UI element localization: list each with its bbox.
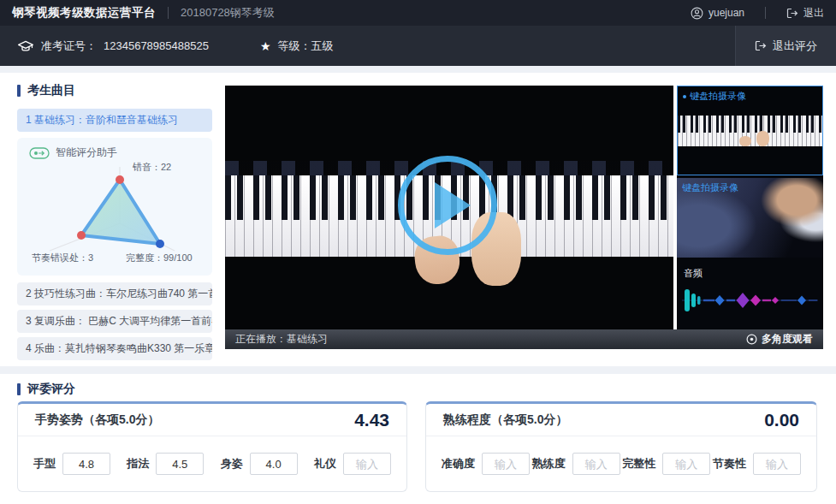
playlist-title: 考生曲目 bbox=[17, 83, 75, 98]
scoring-title: 评委评分 bbox=[17, 382, 75, 397]
player-section: 考生曲目 1 基础练习：音阶和琶音基础练习 智能评分助手 错音：22 bbox=[0, 73, 836, 366]
title-accent-bar bbox=[17, 383, 21, 395]
level-text: 等级：五级 bbox=[277, 39, 333, 54]
thumbnail-keyboard-side-view[interactable]: 键盘拍摄录像 bbox=[677, 178, 823, 258]
rhythm-input[interactable] bbox=[753, 453, 801, 475]
now-playing-bar: 正在播放：基础练习 多角度观看 bbox=[225, 329, 823, 349]
audio-waveform bbox=[680, 284, 820, 317]
mini-hand bbox=[739, 136, 751, 146]
star-icon: ★ bbox=[260, 39, 271, 53]
assistant-toggle-icon bbox=[29, 147, 50, 159]
logout-label: 退出 bbox=[803, 6, 824, 21]
exit-scoring-icon bbox=[755, 40, 767, 51]
completeness-input[interactable] bbox=[662, 453, 710, 475]
field-hand-shape: 手型 bbox=[33, 453, 110, 475]
playlist-item-3[interactable]: 3 复调乐曲： 巴赫C 大调平均律第一首前奏曲 bbox=[17, 310, 212, 333]
radar-label-wrong-notes: 错音：22 bbox=[133, 161, 171, 174]
audio-label: 音频 bbox=[684, 267, 703, 280]
user-menu[interactable]: yuejuan bbox=[691, 7, 744, 20]
app-title: 钢琴视频考级数据运营平台 bbox=[12, 5, 156, 21]
proficiency-card: 熟练程度（各项5.0分） 0.00 准确度 熟练度 完整性 节奏性 bbox=[425, 401, 817, 492]
body-posture-input[interactable] bbox=[250, 453, 298, 475]
field-proficiency: 熟练度 bbox=[532, 453, 620, 475]
exit-scoring-button[interactable]: 退出评分 bbox=[735, 26, 836, 66]
main-video-player[interactable] bbox=[225, 86, 673, 329]
multi-angle-icon bbox=[746, 334, 757, 345]
fingering-input[interactable] bbox=[156, 453, 204, 475]
proficiency-input[interactable] bbox=[572, 453, 620, 475]
logout-button[interactable]: 退出 bbox=[786, 6, 824, 21]
hand-shape-input[interactable] bbox=[62, 453, 110, 475]
field-completeness: 完整性 bbox=[622, 453, 710, 475]
card-fields: 手型 指法 身姿 礼仪 bbox=[18, 436, 406, 491]
mini-piano-black-keys bbox=[678, 116, 823, 133]
radar-label-rhythm-errors: 节奏错误处：3 bbox=[32, 252, 93, 264]
card-header: 熟练程度（各项5.0分） 0.00 bbox=[426, 404, 816, 436]
card-title: 熟练程度（各项5.0分） bbox=[443, 412, 567, 428]
username: yuejuan bbox=[709, 7, 744, 19]
session-title: 20180728钢琴考级 bbox=[181, 5, 275, 21]
title-accent-bar bbox=[17, 85, 21, 97]
now-playing-text: 正在播放：基础练习 bbox=[235, 332, 328, 347]
graduation-cap-icon bbox=[17, 39, 34, 54]
card-fields: 准确度 熟练度 完整性 节奏性 bbox=[426, 436, 816, 491]
admission-number: 12345678985488525 bbox=[104, 39, 209, 52]
field-accuracy: 准确度 bbox=[442, 453, 530, 475]
exam-info-bar: 准考证号： 12345678985488525 ★ 等级：五级 退出评分 bbox=[0, 26, 836, 66]
camera-angle-panel: 键盘拍摄录像 键盘拍摄录像 音频 bbox=[677, 86, 823, 329]
header-divider bbox=[765, 7, 766, 19]
active-dot bbox=[683, 95, 686, 98]
field-body-posture: 身姿 bbox=[221, 453, 298, 475]
thumbnail-label: 键盘拍摄录像 bbox=[682, 181, 738, 194]
gesture-posture-card: 手势姿势（各项5.0分） 4.43 手型 指法 身姿 礼仪 bbox=[17, 401, 407, 492]
top-header: 钢琴视频考级数据运营平台 20180728钢琴考级 yuejuan 退出 bbox=[0, 0, 836, 26]
smart-score-assistant-panel: 智能评分助手 错音：22 节奏错误处：3 完整度：99/100 bbox=[17, 138, 212, 276]
exit-scoring-label: 退出评分 bbox=[773, 39, 817, 54]
field-etiquette: 礼仪 bbox=[314, 453, 391, 475]
play-button[interactable] bbox=[398, 156, 497, 255]
radar-chart bbox=[17, 158, 212, 259]
judge-scoring-section: 评委评分 手势姿势（各项5.0分） 4.43 手型 指法 身姿 礼仪 bbox=[0, 374, 836, 504]
radar-label-completeness: 完整度：99/100 bbox=[126, 252, 193, 264]
card-header: 手势姿势（各项5.0分） 4.43 bbox=[18, 404, 406, 436]
etiquette-input[interactable] bbox=[343, 453, 391, 475]
admission-number-group: 准考证号： 12345678985488525 bbox=[17, 39, 209, 54]
accuracy-input[interactable] bbox=[482, 453, 530, 475]
level-group: ★ 等级：五级 bbox=[260, 39, 334, 54]
playlist-item-4[interactable]: 4 乐曲：莫扎特钢琴奏鸣曲K330 第一乐章 bbox=[17, 337, 212, 360]
field-rhythm: 节奏性 bbox=[713, 453, 801, 475]
thumbnail-label: 键盘拍摄录像 bbox=[683, 90, 746, 103]
logout-icon bbox=[786, 8, 798, 19]
admission-label: 准考证号： bbox=[41, 39, 97, 54]
play-icon bbox=[435, 182, 471, 228]
multi-angle-button[interactable]: 多角度观看 bbox=[746, 332, 813, 347]
header-divider bbox=[168, 7, 169, 19]
card-total-score: 4.43 bbox=[354, 410, 389, 430]
card-title: 手势姿势（各项5.0分） bbox=[35, 412, 159, 428]
playlist-item-1[interactable]: 1 基础练习：音阶和琶音基础练习 bbox=[17, 109, 212, 132]
field-fingering: 指法 bbox=[127, 453, 204, 475]
user-icon bbox=[691, 7, 703, 20]
thumbnail-keyboard-top-view[interactable]: 键盘拍摄录像 bbox=[677, 86, 823, 175]
playlist-item-2[interactable]: 2 技巧性练习曲：车尔尼练习曲740 第一首 bbox=[17, 282, 212, 305]
card-total-score: 0.00 bbox=[764, 410, 799, 430]
mini-hand bbox=[756, 131, 769, 146]
